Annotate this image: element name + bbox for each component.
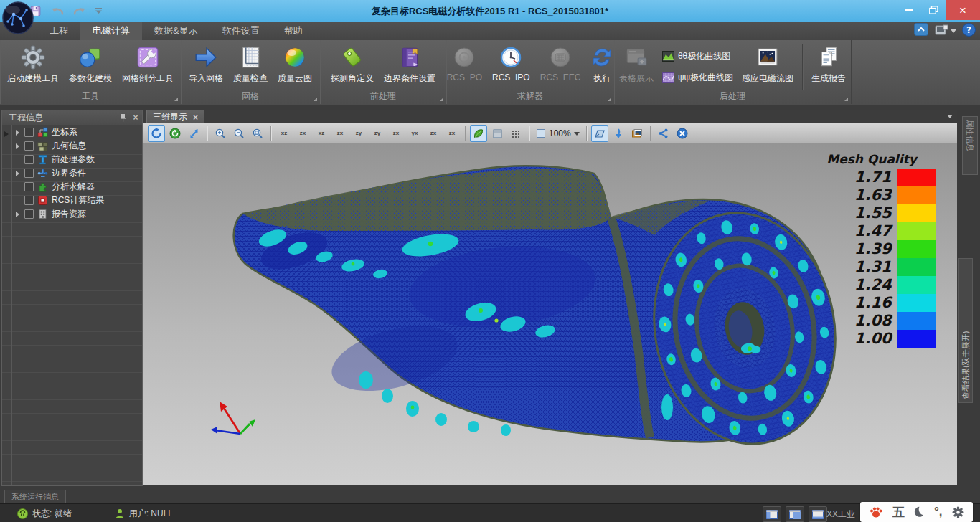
ime-wubi-mode[interactable]: 五 xyxy=(892,504,905,521)
checkbox[interactable] xyxy=(24,141,34,151)
rotate-view-button[interactable] xyxy=(148,125,165,142)
collapse-ribbon-button[interactable] xyxy=(914,23,928,39)
shaded-render-button[interactable] xyxy=(470,125,487,142)
ime-punctuation-mode[interactable]: °, xyxy=(934,505,943,519)
table-view-button[interactable]: 表格展示 xyxy=(615,42,658,85)
view-orientation-button-9[interactable]: zx xyxy=(425,125,442,142)
dialog-launcher-icon[interactable] xyxy=(844,98,848,101)
expander-icon[interactable] xyxy=(16,143,22,149)
dialog-launcher-icon[interactable] xyxy=(440,98,443,101)
system-messages-tab[interactable]: 系统运行消息 xyxy=(4,490,66,504)
close-view-button[interactable] xyxy=(674,125,691,142)
checkbox[interactable] xyxy=(24,196,34,205)
close-tab-icon[interactable]: × xyxy=(193,113,198,123)
checkbox[interactable] xyxy=(24,182,34,191)
zoom-in-button[interactable] xyxy=(212,125,229,142)
view-orientation-button-10[interactable]: zx xyxy=(443,125,461,142)
view-orientation-button-4[interactable]: zx xyxy=(331,125,349,142)
execute-button[interactable]: 执行 xyxy=(586,42,618,85)
zoom-out-button[interactable] xyxy=(230,125,248,142)
parametric-modeling-button[interactable]: 参数化建模 xyxy=(65,42,116,85)
title-bar[interactable]: 复杂目标RCS电磁分析软件2015 R1 - RCS_2015031801* × xyxy=(0,0,980,22)
tree-item-preprocess-params[interactable]: 前处理参数 xyxy=(2,153,142,166)
wireframe-render-button[interactable] xyxy=(489,125,506,142)
points-render-button[interactable] xyxy=(507,125,524,142)
pan-view-button[interactable] xyxy=(185,125,202,142)
checkbox[interactable] xyxy=(24,209,34,219)
close-panel-icon[interactable]: × xyxy=(129,112,142,123)
minimize-button[interactable] xyxy=(897,0,921,20)
expander-icon[interactable] xyxy=(16,171,22,176)
tab-em-computation[interactable]: 电磁计算 xyxy=(80,22,142,40)
viewport-canvas[interactable]: Mesh Quality 1.71 1.63 1.55 1.47 1.39 1.… xyxy=(143,143,957,485)
expander-icon[interactable] xyxy=(16,212,22,217)
psi-polarization-curve-button[interactable]: ψψ极化曲线图 xyxy=(659,70,736,85)
tab-help[interactable]: 帮助 xyxy=(272,22,315,40)
window-style-button[interactable] xyxy=(934,24,956,37)
tree-item-boundary-conditions[interactable]: 边界条件 xyxy=(2,166,142,180)
tree-item-coordinate-system[interactable]: 坐标系 xyxy=(2,125,142,139)
view-orientation-button-8[interactable]: yx xyxy=(406,125,423,142)
checkbox[interactable] xyxy=(24,169,34,178)
collapse-all-icon[interactable] xyxy=(4,131,9,137)
layout-bottom-panel-button[interactable] xyxy=(809,506,827,522)
help-button[interactable]: ? xyxy=(962,23,976,39)
mesh-partition-tool-button[interactable]: 网格剖分工具 xyxy=(118,42,178,85)
tab-data-display[interactable]: 数据&显示 xyxy=(142,22,210,40)
quality-cloud-button[interactable]: 质量云图 xyxy=(273,42,316,85)
view-orientation-button-6[interactable]: zy xyxy=(369,125,386,142)
checkbox[interactable] xyxy=(24,128,34,137)
view-orientation-button-7[interactable]: zx xyxy=(387,125,405,142)
tree-item-geometry-info[interactable]: 几何信息 xyxy=(2,139,142,153)
quality-check-button[interactable]: 质量检查 xyxy=(229,42,272,85)
rcs-results-icon xyxy=(37,195,48,206)
tree-item-rcs-results[interactable]: RCS计算结果 xyxy=(2,194,142,207)
viewport-tab-bar: 三维显示 × xyxy=(143,110,957,124)
generate-report-button[interactable]: 生成报告 xyxy=(807,42,850,85)
dialog-launcher-icon[interactable] xyxy=(314,98,317,101)
maximize-button[interactable] xyxy=(921,0,946,20)
tab-project[interactable]: 工程 xyxy=(37,22,80,40)
share-view-button[interactable] xyxy=(655,125,672,142)
rcs-eec-button[interactable]: RCS_EEC xyxy=(536,42,585,82)
layout-center-panel-button[interactable] xyxy=(786,506,804,522)
close-button[interactable]: × xyxy=(946,0,980,20)
view-orientation-button-1[interactable]: xz xyxy=(275,125,293,142)
rcs-ipo-button[interactable]: RCS_IPO xyxy=(488,42,534,82)
properties-info-tab[interactable]: 属性信息 xyxy=(962,116,978,175)
app-logo[interactable] xyxy=(2,1,34,34)
induced-current-map-button[interactable]: 感应电磁流图 xyxy=(738,42,798,85)
tree-item-analysis-solver[interactable]: 分析求解器 xyxy=(2,180,142,194)
dialog-launcher-icon[interactable] xyxy=(174,98,178,101)
zoom-extent-icon xyxy=(252,128,263,139)
drop-view-button[interactable] xyxy=(610,125,627,142)
import-mesh-button[interactable]: 导入网格 xyxy=(184,42,227,85)
boundary-condition-settings-button[interactable]: 边界条件设置 xyxy=(380,42,440,85)
refresh-view-button[interactable] xyxy=(166,125,184,142)
tab-3d-display[interactable]: 三维显示 × xyxy=(146,110,204,124)
probe-angle-button[interactable]: 探测角定义 xyxy=(326,42,378,85)
view-results-tab[interactable]: 查看结果(双击展开) xyxy=(958,258,973,403)
checkbox[interactable] xyxy=(24,155,34,164)
zoom-fit-button[interactable] xyxy=(249,125,266,142)
group-label-tools: 工具 xyxy=(0,90,181,103)
launch-modeler-button[interactable]: 启动建模工具 xyxy=(3,42,63,85)
view-orientation-button-3[interactable]: xz xyxy=(313,125,330,142)
view-orientation-button-5[interactable]: zy xyxy=(350,125,367,142)
tab-software-settings[interactable]: 软件设置 xyxy=(210,22,272,40)
rcs-po-button[interactable]: RCS_PO xyxy=(443,42,486,82)
dialog-launcher-icon[interactable] xyxy=(608,98,611,101)
project-panel-header[interactable]: 工程信息 × xyxy=(2,110,142,125)
chevron-down-icon xyxy=(574,132,580,136)
tab-list-dropdown-icon[interactable] xyxy=(947,115,953,118)
expander-icon[interactable] xyxy=(16,130,22,136)
snapshot-button[interactable] xyxy=(628,125,646,142)
theta-polarization-curve-button[interactable]: θθ极化曲线图 xyxy=(659,49,736,64)
tree-item-report-resources[interactable]: 报告资源 xyxy=(2,207,142,221)
zoom-level-select[interactable]: 100% xyxy=(534,128,582,138)
pin-icon[interactable] xyxy=(116,112,129,123)
section-tool-button[interactable] xyxy=(591,125,608,142)
layout-left-panel-button[interactable] xyxy=(763,506,781,522)
ime-toolbar[interactable]: 五 °, xyxy=(860,502,973,522)
view-orientation-button-2[interactable]: zx xyxy=(294,125,311,142)
